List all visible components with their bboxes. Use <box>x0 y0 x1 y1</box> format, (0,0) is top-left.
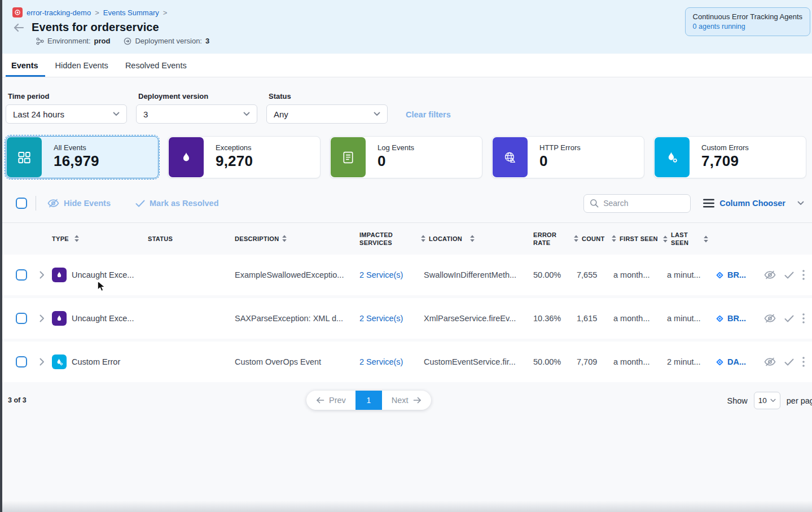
environment-label: Environment: <box>47 37 91 45</box>
row-expander[interactable] <box>36 358 47 366</box>
stat-card-all-events[interactable]: All Events 16,979 <box>6 136 159 178</box>
kebab-menu-icon[interactable] <box>802 313 805 323</box>
status-filter: Status Any <box>266 92 388 124</box>
column-header-error-rate[interactable]: ERROR RATE <box>528 231 571 247</box>
sort-icon[interactable] <box>573 235 579 242</box>
stat-card-http-errors[interactable]: HTTP Errors 0 <box>491 136 644 178</box>
status-label: Status <box>266 92 388 100</box>
tab-events[interactable]: Events <box>10 54 39 77</box>
column-chooser-button[interactable]: Column Chooser <box>703 199 804 208</box>
table-footer: 3 of 3 Prev 1 Next Show 10 per page <box>0 390 812 410</box>
table-header-row: TYPE STATUS DESCRIPTION IMPACTED SERVICE… <box>0 222 812 255</box>
select-all-checkbox[interactable] <box>16 198 27 209</box>
row-expander[interactable] <box>36 271 47 279</box>
first-seen: a month... <box>609 357 660 366</box>
column-header-last-seen[interactable]: LAST SEEN <box>660 231 709 247</box>
status-select[interactable]: Any <box>266 104 388 124</box>
stat-card-exceptions[interactable]: Exceptions 9,270 <box>168 136 321 178</box>
event-description: Custom OverOps Event <box>229 357 354 366</box>
sort-icon[interactable] <box>282 235 287 242</box>
mark-resolved-button[interactable]: Mark as Resolved <box>135 199 219 208</box>
impacted-services-link[interactable]: 2 Service(s) <box>359 270 403 279</box>
mark-resolved-label: Mark as Resolved <box>150 199 219 208</box>
hide-events-button[interactable]: Hide Events <box>47 199 111 208</box>
clear-filters-button[interactable]: Clear filters <box>406 110 451 119</box>
table-row[interactable]: Custom Error Custom OverOps Event 2 Serv… <box>0 342 812 382</box>
row-checkbox[interactable] <box>16 269 27 281</box>
deployment-version-filter: Deployment version 3 <box>136 92 257 124</box>
eye-slash-icon <box>47 199 59 208</box>
impacted-services-link[interactable]: 2 Service(s) <box>359 357 403 366</box>
bottom-shadow <box>0 501 812 512</box>
row-checkbox[interactable] <box>16 313 27 324</box>
column-header-description[interactable]: DESCRIPTION <box>229 235 354 243</box>
first-seen: a month... <box>609 270 660 279</box>
hide-event-icon[interactable] <box>764 357 776 366</box>
page-size-control: Show 10 per page <box>727 392 812 409</box>
search-input[interactable] <box>603 199 684 208</box>
event-count: 7,709 <box>571 357 609 366</box>
tab-hidden-events[interactable]: Hidden Events <box>54 54 109 77</box>
ticket-link[interactable]: DA... <box>716 357 756 366</box>
agents-running-link[interactable]: 0 agents running <box>693 23 802 30</box>
next-page-button[interactable]: Next <box>382 391 431 410</box>
jira-diamond-icon <box>716 271 724 279</box>
sort-icon[interactable] <box>611 235 617 242</box>
resolve-event-icon[interactable] <box>784 272 794 279</box>
filters-row: Time period Last 24 hours Deployment ver… <box>0 77 812 124</box>
breadcrumb-section-link[interactable]: Events Summary <box>103 8 159 17</box>
bulk-action-bar: Hide Events Mark as Resolved Column Choo… <box>0 193 812 213</box>
page-size-select[interactable]: 10 <box>754 392 780 409</box>
resolve-event-icon[interactable] <box>784 315 794 322</box>
deployment-version-label: Deployment version <box>136 92 257 100</box>
deployment-version-select[interactable]: 3 <box>136 104 257 124</box>
hide-event-icon[interactable] <box>764 270 776 279</box>
tab-resolved-events[interactable]: Resolved Events <box>124 54 188 77</box>
arrow-left-icon <box>316 397 324 404</box>
tab-bar: Events Hidden Events Resolved Events <box>0 54 812 77</box>
sort-icon[interactable] <box>420 235 426 242</box>
column-header-count[interactable]: COUNT <box>571 235 609 243</box>
event-type: Uncaught Exce... <box>72 270 134 279</box>
column-header-impacted-services[interactable]: IMPACTED SERVICES <box>354 231 416 247</box>
column-header-type[interactable]: TYPE <box>52 235 142 243</box>
page-size-value: 10 <box>758 396 767 405</box>
environment-icon <box>36 37 44 45</box>
stat-card-label: Exceptions <box>216 143 253 152</box>
sort-icon[interactable] <box>703 235 709 243</box>
resolve-event-icon[interactable] <box>784 358 794 366</box>
kebab-menu-icon[interactable] <box>802 357 805 367</box>
row-checkbox[interactable] <box>16 356 27 367</box>
column-header-location[interactable]: LOCATION <box>416 235 528 243</box>
column-header-first-seen[interactable]: FIRST SEEN <box>609 235 660 243</box>
sort-icon[interactable] <box>74 235 80 242</box>
prev-page-button[interactable]: Prev <box>306 391 355 410</box>
stat-card-custom-errors[interactable]: Custom Errors 7,709 <box>653 136 806 178</box>
ticket-link[interactable]: BR... <box>716 270 756 279</box>
error-rate: 50.00% <box>528 270 571 279</box>
impacted-services-link[interactable]: 2 Service(s) <box>359 314 403 323</box>
hide-event-icon[interactable] <box>764 314 776 323</box>
per-page-label: per page <box>787 396 812 405</box>
back-arrow-icon[interactable] <box>12 22 25 33</box>
kebab-menu-icon[interactable] <box>802 270 805 280</box>
breadcrumb-project-link[interactable]: error-tracking-demo <box>27 8 91 17</box>
row-expander[interactable] <box>36 314 47 322</box>
ticket-link[interactable]: BR... <box>716 314 756 323</box>
flame-icon <box>180 151 192 164</box>
sort-icon[interactable] <box>662 235 668 243</box>
chevron-right-icon <box>39 314 45 322</box>
page-header: error-tracking-demo > Events Summary > E… <box>0 0 812 54</box>
stat-card-log-events[interactable]: Log Events 0 <box>330 136 482 178</box>
stat-cards-row: All Events 16,979 Exceptions 9,270 Log E… <box>6 136 806 178</box>
time-period-select[interactable]: Last 24 hours <box>6 104 127 124</box>
deployment-value: 3 <box>205 37 209 45</box>
sort-icon[interactable] <box>469 235 475 242</box>
table-row[interactable]: Uncaught Exce... SAXParseException: XML … <box>0 298 812 339</box>
page-number-button[interactable]: 1 <box>355 391 382 410</box>
event-type: Uncaught Exce... <box>72 314 134 323</box>
results-summary: 3 of 3 <box>0 396 27 404</box>
log-file-icon <box>343 151 354 164</box>
arrow-right-icon <box>413 397 422 404</box>
table-row[interactable]: Uncaught Exce... ExampleSwallowedExcepti… <box>0 255 812 295</box>
